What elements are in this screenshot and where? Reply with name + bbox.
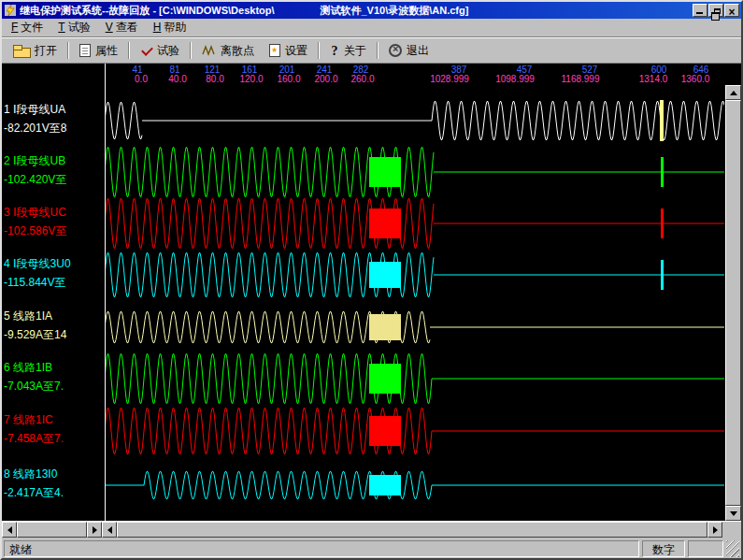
waveform-channel-3 — [105, 199, 724, 249]
scrollbar-corner — [722, 522, 741, 538]
about-button[interactable]: 关于 — [322, 39, 374, 62]
ruler-tick-time: 1028.999 — [430, 74, 469, 84]
settings-button-label: 设置 — [285, 43, 307, 59]
waveform-scroll-right-button[interactable] — [707, 522, 722, 538]
toolbar-separator — [318, 42, 320, 59]
ruler-tick-time: 80.0 — [206, 74, 223, 84]
ruler-tick-time: 260.0 — [350, 74, 374, 84]
statusbar: 就绪 数字 — [2, 539, 741, 558]
timeline-ruler: 41811211612012412823874575276006460.040.… — [2, 64, 741, 85]
ruler-tick-time: 40.0 — [168, 74, 186, 84]
channel-range: -82.201V至8 — [4, 121, 66, 136]
waveform-scrollbar[interactable] — [102, 522, 722, 538]
properties-button-label: 属性 — [95, 43, 118, 59]
exit-icon — [389, 44, 402, 57]
minimize-button[interactable] — [693, 4, 707, 17]
channel-range: -9.529A至14 — [4, 327, 66, 343]
exit-button[interactable]: 退出 — [381, 39, 436, 62]
fault-marker-block — [369, 208, 401, 238]
arrow-up-icon — [730, 91, 737, 95]
ruler-tick-time: 1360.0 — [681, 74, 710, 84]
waveform-canvas — [105, 85, 724, 521]
waveform-channel-1 — [105, 102, 724, 140]
menu-view[interactable]: V查看 — [98, 18, 146, 37]
toolbar: 打开 属性 试验 离散点 设置 关于 退出 — [2, 37, 741, 64]
status-message: 就绪 — [4, 540, 639, 557]
ruler-tick-time: 200.0 — [314, 74, 337, 84]
fault-marker-block — [369, 475, 401, 495]
vertical-scroll-track[interactable] — [725, 100, 741, 506]
fault-marker-block — [369, 416, 401, 446]
close-button[interactable] — [724, 4, 739, 17]
arrow-right-icon — [713, 526, 718, 534]
menu-view-label: 查看 — [116, 21, 138, 34]
channel-range: -7.458A至7. — [4, 431, 64, 447]
menu-help[interactable]: H帮助 — [146, 18, 194, 37]
channel-scroll-thumb[interactable] — [17, 522, 87, 538]
main-area: 1 Ⅰ段母线UA-82.201V至82 Ⅰ段母线UB-102.420V至3 Ⅰ段… — [2, 85, 741, 522]
waveform-scroll-thumb[interactable] — [117, 522, 707, 538]
channel-label: 7 线路1IC — [4, 412, 53, 428]
ruler-tick-time: 160.0 — [277, 74, 300, 84]
open-folder-icon — [13, 45, 30, 57]
discrete-points-button-label: 离散点 — [221, 43, 254, 59]
vertical-scrollbar[interactable] — [725, 85, 741, 521]
channel-range: -102.420V至 — [4, 172, 66, 188]
menu-test[interactable]: T试验 — [50, 18, 97, 37]
settings-button[interactable]: 设置 — [262, 39, 315, 62]
waveform-area[interactable] — [105, 85, 725, 521]
panel-divider — [105, 64, 106, 522]
channel-label: 2 Ⅰ段母线UB — [4, 153, 65, 169]
toolbar-separator — [67, 42, 69, 59]
ruler-tick-time: 120.0 — [239, 74, 263, 84]
fault-marker-block — [369, 314, 401, 340]
channel-range: -102.586V至 — [4, 223, 66, 239]
toolbar-separator — [128, 42, 130, 59]
cursor-tick — [660, 100, 664, 141]
vertical-scroll-thumb[interactable] — [725, 100, 741, 506]
waveform-channel-5 — [105, 311, 724, 342]
menu-file-hotkey: F — [11, 21, 18, 34]
channel-scroll-right-button[interactable] — [87, 522, 102, 538]
open-button-label: 打开 — [35, 43, 57, 59]
waveform-scroll-track[interactable] — [117, 522, 707, 538]
channel-scroll-left-button[interactable] — [2, 522, 17, 538]
app-icon — [4, 5, 17, 17]
menu-view-hotkey: V — [106, 21, 113, 34]
status-empty-panel — [688, 540, 723, 557]
exit-button-label: 退出 — [407, 43, 429, 59]
properties-icon — [79, 44, 91, 57]
menu-file[interactable]: F文件 — [4, 18, 50, 37]
fault-marker-block — [369, 157, 401, 187]
discrete-points-icon — [202, 45, 216, 56]
scroll-down-button[interactable] — [725, 506, 741, 521]
waveform-channel-7 — [105, 409, 724, 454]
test-button[interactable]: 试验 — [133, 39, 187, 62]
restore-button[interactable] — [708, 4, 723, 17]
arrow-left-icon — [107, 526, 112, 534]
scroll-up-button[interactable] — [725, 85, 741, 100]
horizontal-scroll-row — [2, 522, 741, 538]
properties-button[interactable]: 属性 — [72, 39, 125, 62]
channel-label: 6 线路1IB — [4, 360, 52, 376]
test-checkmark-icon — [140, 45, 152, 57]
resize-grip[interactable] — [726, 540, 739, 557]
menubar: F文件 T试验 V查看 H帮助 — [2, 19, 741, 37]
channel-list: 1 Ⅰ段母线UA-82.201V至82 Ⅰ段母线UB-102.420V至3 Ⅰ段… — [2, 85, 105, 521]
ruler-tick-time: 0.0 — [135, 74, 148, 84]
status-num-indicator: 数字 — [642, 540, 685, 557]
channel-label: 8 线路13I0 — [4, 467, 57, 482]
waveform-scroll-left-button[interactable] — [102, 522, 117, 538]
channel-range: -7.043A至7. — [4, 379, 64, 395]
channel-list-scrollbar[interactable] — [2, 522, 102, 538]
window-controls — [693, 4, 739, 17]
fault-marker-block — [369, 364, 401, 394]
discrete-points-button[interactable]: 离散点 — [194, 39, 262, 62]
close-icon — [728, 5, 735, 19]
open-button[interactable]: 打开 — [6, 39, 64, 62]
settings-icon — [269, 44, 280, 57]
channel-label: 3 Ⅰ段母线UC — [4, 205, 66, 221]
arrow-left-icon — [7, 526, 12, 534]
channel-scroll-track[interactable] — [17, 522, 87, 538]
ruler-tick-time: 1098.999 — [495, 74, 535, 84]
